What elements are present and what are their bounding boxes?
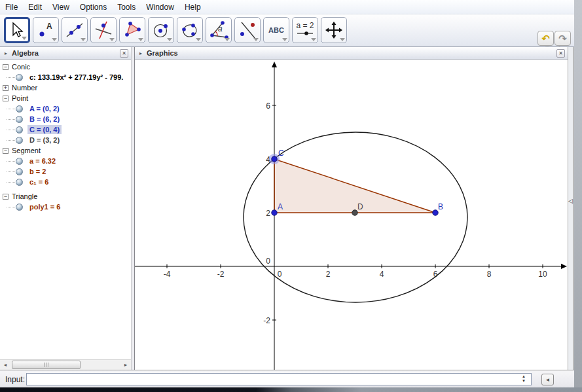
menu-window[interactable]: Window xyxy=(141,1,179,14)
input-help-toggle-button[interactable]: ◄ xyxy=(541,374,554,385)
algebra-group-conic[interactable]: − Conic xyxy=(0,62,131,72)
algebra-panel: − Conic c: 133.19x² + 277.19y² - 799. + … xyxy=(0,60,131,359)
tool-angle-button[interactable]: a xyxy=(206,17,232,43)
menu-edit[interactable]: Edit xyxy=(23,1,47,14)
svg-text:4: 4 xyxy=(380,270,384,279)
algebra-item-point-C[interactable]: C = (0, 4) xyxy=(0,124,131,135)
algebra-group-triangle[interactable]: − Triangle xyxy=(0,191,131,202)
tool-dropdown-icon[interactable] xyxy=(109,38,115,41)
expand-toggle-icon[interactable]: + xyxy=(3,85,9,91)
point-C[interactable] xyxy=(272,156,277,162)
y-axis-arrow-icon xyxy=(272,62,277,67)
collapse-toggle-icon[interactable]: − xyxy=(3,96,9,101)
visibility-marble-icon[interactable] xyxy=(16,126,23,134)
input-history-spinner[interactable]: ▲ ▼ xyxy=(522,374,526,383)
tool-reflect-button[interactable] xyxy=(234,17,261,43)
point-A[interactable] xyxy=(272,210,277,215)
point-D[interactable] xyxy=(352,210,357,215)
visibility-marble-icon[interactable] xyxy=(16,105,23,113)
tool-point-button[interactable]: A xyxy=(33,17,59,43)
algebra-group-segment[interactable]: − Segment xyxy=(0,145,131,156)
panel-menu-arrow-icon[interactable]: ▸ xyxy=(139,50,142,56)
tool-dropdown-icon[interactable] xyxy=(52,38,57,41)
menu-bar: File Edit View Options Tools Window Help xyxy=(0,0,574,14)
x-tick-labels: -4 -2 2 4 6 8 10 0 xyxy=(164,270,547,279)
tool-conic-button[interactable] xyxy=(177,17,203,43)
tool-dropdown-icon[interactable] xyxy=(253,38,259,41)
spinner-up-icon[interactable]: ▲ xyxy=(522,374,526,379)
input-field[interactable] xyxy=(26,373,532,385)
graphics-collapse-handle[interactable]: ◁ xyxy=(568,47,574,370)
point-A-label: A xyxy=(278,202,283,211)
slider-icon: a = 2 xyxy=(294,20,316,40)
tool-dropdown-icon[interactable] xyxy=(196,38,201,41)
close-icon[interactable]: ✕ xyxy=(556,49,565,58)
triangle-poly1[interactable] xyxy=(274,159,435,213)
tool-dropdown-icon[interactable] xyxy=(81,38,86,41)
scroll-right-icon[interactable]: ► xyxy=(121,361,130,370)
undo-button[interactable]: ↶ xyxy=(537,31,554,46)
tool-polygon-button[interactable] xyxy=(119,17,145,43)
collapse-left-icon[interactable]: ◁ xyxy=(568,198,573,204)
visibility-marble-icon[interactable] xyxy=(16,204,23,211)
tool-circle-button[interactable] xyxy=(148,17,174,43)
algebra-item-segment-c1[interactable]: c₁ = 6 xyxy=(0,177,131,187)
graphics-panel-title: Graphics xyxy=(147,49,178,57)
algebra-group-number[interactable]: + Number xyxy=(0,82,131,93)
collapse-toggle-icon[interactable]: − xyxy=(3,64,9,70)
line-icon xyxy=(65,20,84,40)
algebra-item-segment-b[interactable]: b = 2 xyxy=(0,166,131,177)
point-B[interactable] xyxy=(433,210,438,215)
visibility-marble-icon[interactable] xyxy=(16,179,23,186)
graphics-canvas: -4 -2 2 4 6 8 10 0 6 4 2 -2 0 xyxy=(135,60,568,370)
origin-y-label: 0 xyxy=(266,257,270,266)
svg-text:10: 10 xyxy=(538,270,547,279)
svg-text:a: a xyxy=(218,24,223,33)
tool-dropdown-icon[interactable] xyxy=(311,38,316,41)
graphics-view[interactable]: -4 -2 2 4 6 8 10 0 6 4 2 -2 0 xyxy=(135,60,568,370)
algebra-panel-title: Algebra xyxy=(12,49,39,57)
menu-tools[interactable]: Tools xyxy=(112,1,141,14)
tool-line-button[interactable] xyxy=(62,17,88,43)
point-C-label: C xyxy=(278,149,284,158)
tool-move-button[interactable] xyxy=(4,17,30,43)
scroll-left-icon[interactable]: ◄ xyxy=(1,361,10,370)
tool-text-button[interactable]: ABC xyxy=(263,17,289,43)
menu-help[interactable]: Help xyxy=(179,1,206,14)
tool-move-graphics-button[interactable] xyxy=(321,17,347,43)
visibility-marble-icon[interactable] xyxy=(16,158,23,165)
graphics-panel-header: ▸ Graphics ✕ xyxy=(135,47,568,60)
close-icon[interactable]: ✕ xyxy=(120,49,128,58)
y-tick-labels: 6 4 2 -2 0 xyxy=(263,101,270,325)
spinner-down-icon[interactable]: ▼ xyxy=(522,379,526,383)
tool-dropdown-icon[interactable] xyxy=(167,38,172,41)
algebra-group-point[interactable]: − Point xyxy=(0,93,131,103)
panel-menu-arrow-icon[interactable]: ▸ xyxy=(5,50,7,56)
algebra-item-segment-a[interactable]: a = 6.32 xyxy=(0,156,131,166)
visibility-marble-icon[interactable] xyxy=(16,116,23,123)
visibility-marble-icon[interactable] xyxy=(16,168,23,175)
algebra-item-point-A[interactable]: A = (0, 2) xyxy=(0,103,131,114)
algebra-item-point-B[interactable]: B = (6, 2) xyxy=(0,114,131,124)
menu-options[interactable]: Options xyxy=(75,1,112,14)
scrollbar-thumb[interactable] xyxy=(12,361,81,369)
visibility-marble-icon[interactable] xyxy=(16,137,23,144)
tool-dropdown-icon[interactable] xyxy=(340,38,345,41)
tool-perpendicular-line-button[interactable] xyxy=(90,17,117,43)
algebra-item-point-D[interactable]: D = (3, 2) xyxy=(0,135,131,145)
tool-slider-button[interactable]: a = 2 xyxy=(292,17,318,43)
menu-view[interactable]: View xyxy=(47,1,75,14)
tool-dropdown-icon[interactable] xyxy=(22,37,27,40)
tool-dropdown-icon[interactable] xyxy=(282,38,287,41)
algebra-item-poly1[interactable]: poly1 = 6 xyxy=(0,202,131,212)
tool-dropdown-icon[interactable] xyxy=(225,38,230,41)
menu-file[interactable]: File xyxy=(0,1,23,14)
x-axis xyxy=(135,264,567,269)
visibility-marble-icon[interactable] xyxy=(16,74,23,81)
tool-dropdown-icon[interactable] xyxy=(138,38,143,41)
left-triangle-icon: ◄ xyxy=(545,377,551,383)
collapse-toggle-icon[interactable]: − xyxy=(3,148,9,154)
algebra-horizontal-scrollbar[interactable]: ◄ ► xyxy=(0,359,131,370)
algebra-item-conic-c[interactable]: c: 133.19x² + 277.19y² - 799. xyxy=(0,72,131,82)
collapse-toggle-icon[interactable]: − xyxy=(3,194,9,200)
